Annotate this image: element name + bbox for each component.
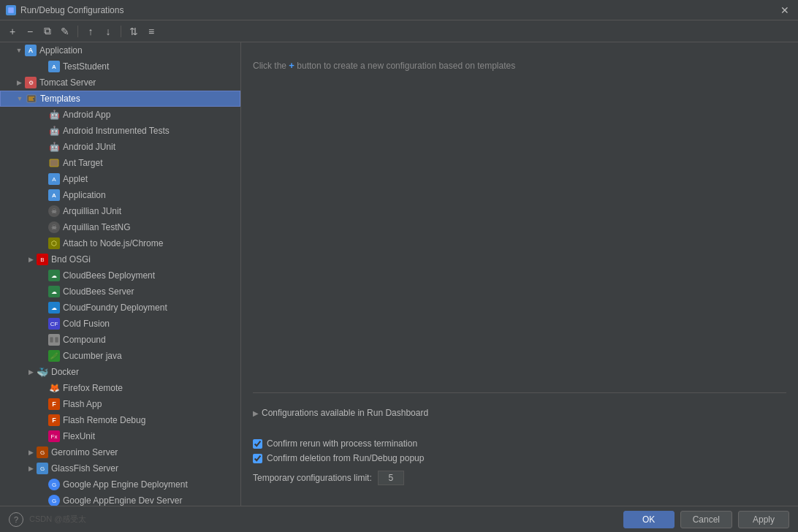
filter-button[interactable]: ≡	[145, 25, 158, 38]
bnd-osgi-item[interactable]: B Bnd OSGi	[0, 251, 240, 267]
remove-button[interactable]: −	[23, 25, 37, 38]
bottom-bar: ? CSDN @感受太 OK Cancel Apply	[0, 506, 798, 532]
main-container: + − ⧉ ✎ ↑ ↓ ⇅ ≡ A Application A TestStud…	[0, 20, 798, 532]
gae-dev-server-icon: G	[48, 495, 60, 506]
bnd-osgi-label: Bnd OSGi	[51, 254, 91, 265]
gae-dev-server-label: Google AppEngine Dev Server	[63, 495, 182, 506]
geronimo-icon: G	[37, 446, 48, 458]
cloudbees-server-item[interactable]: ☁ CloudBees Server	[0, 284, 240, 300]
ok-button[interactable]: OK	[623, 511, 674, 528]
templates-icon	[26, 93, 37, 104]
tomcat-expand-arrow	[15, 78, 23, 87]
run-dashboard-header[interactable]: ▶ Configurations available in Run Dashbo…	[253, 405, 786, 421]
cold-fusion-item[interactable]: CF Cold Fusion	[0, 316, 240, 332]
expand-arrow-application	[15, 46, 23, 55]
test-student-item[interactable]: A TestStudent	[0, 58, 240, 75]
arquillian-testng-icon: ☠	[48, 221, 60, 233]
cloudbees-deployment-icon: ☁	[48, 270, 60, 281]
confirm-deletion-label: Confirm deletion from Run/Debug popup	[267, 453, 424, 463]
confirm-rerun-checkbox[interactable]	[253, 439, 262, 449]
cloudfoundry-item[interactable]: ☁ CloudFoundry Deployment	[0, 300, 240, 316]
gae-deployment-item[interactable]: G Google App Engine Deployment	[0, 476, 240, 493]
firefox-remote-item[interactable]: 🦊 Firefox Remote	[0, 380, 240, 396]
cloudbees-deployment-item[interactable]: ☁ CloudBees Deployment	[0, 267, 240, 284]
application-group[interactable]: A Application	[0, 42, 240, 58]
templates-expand-arrow	[15, 94, 24, 103]
toolbar: + − ⧉ ✎ ↑ ↓ ⇅ ≡	[0, 20, 798, 42]
attach-nodejs-item[interactable]: ⬡ Attach to Node.js/Chrome	[0, 235, 240, 251]
run-dashboard-label: Configurations available in Run Dashboar…	[262, 408, 428, 418]
bottom-left: ? CSDN @感受太	[9, 512, 86, 527]
applet-item[interactable]: A Applet	[0, 171, 240, 187]
confirm-deletion-checkbox[interactable]	[253, 454, 262, 463]
cloudbees-server-icon: ☁	[48, 286, 60, 297]
gae-dev-server-item[interactable]: G Google AppEngine Dev Server	[0, 493, 240, 506]
flash-app-item[interactable]: F Flash App	[0, 396, 240, 412]
docker-icon: 🐳	[37, 366, 48, 378]
android-instrumented-item[interactable]: 🤖 Android Instrumented Tests	[0, 123, 240, 139]
run-dashboard-arrow: ▶	[253, 409, 259, 417]
separator-2	[121, 26, 121, 37]
cloudbees-deployment-label: CloudBees Deployment	[63, 270, 155, 281]
cloudfoundry-label: CloudFoundry Deployment	[63, 303, 167, 313]
android-junit-label: Android JUnit	[63, 142, 115, 152]
glassfish-icon: G	[37, 463, 48, 474]
cucumber-icon: 🥒	[48, 350, 60, 362]
attach-icon: ⬡	[48, 238, 60, 249]
window-title: Run/Debug Configurations	[20, 5, 123, 15]
help-button[interactable]: ?	[9, 512, 23, 527]
move-down-button[interactable]: ↓	[102, 25, 115, 38]
compound-item[interactable]: Compound	[0, 332, 240, 348]
apply-button[interactable]: Apply	[738, 511, 789, 528]
ant-target-label: Ant Target	[63, 158, 102, 168]
docker-expand-arrow	[26, 368, 35, 376]
confirm-rerun-label: Confirm rerun with process termination	[267, 438, 417, 449]
ant-target-item[interactable]: Ant Target	[0, 155, 240, 171]
arquillian-junit-label: Arquillian JUnit	[63, 206, 121, 216]
templates-item[interactable]: Templates	[0, 91, 240, 107]
cancel-button[interactable]: Cancel	[680, 511, 732, 528]
hint-text: Click the + button to create a new confi…	[253, 60, 786, 71]
temp-limit-label: Temporary configurations limit:	[253, 473, 372, 483]
divider-1	[253, 392, 786, 393]
bnd-icon: B	[37, 254, 48, 265]
gae-deployment-label: Google App Engine Deployment	[63, 479, 188, 490]
cucumber-java-item[interactable]: 🥒 Cucumber java	[0, 348, 240, 364]
hint-plus: +	[289, 60, 294, 71]
templates-label: Templates	[40, 94, 80, 104]
sort-button[interactable]: ⇅	[127, 25, 140, 38]
arquillian-testng-label: Arquillian TestNG	[63, 222, 130, 232]
edit-button[interactable]: ✎	[58, 25, 72, 38]
docker-item[interactable]: 🐳 Docker	[0, 364, 240, 380]
confirm-rerun-row: Confirm rerun with process termination	[253, 438, 786, 449]
flash-remote-item[interactable]: F Flash Remote Debug	[0, 412, 240, 428]
temp-limit-input[interactable]	[378, 471, 404, 485]
compound-label: Compound	[63, 335, 106, 345]
watermark: CSDN @感受太	[29, 514, 86, 525]
geronimo-item[interactable]: G Geronimo Server	[0, 444, 240, 460]
ant-icon	[48, 157, 60, 169]
geronimo-label: Geronimo Server	[51, 447, 118, 457]
glassfish-item[interactable]: G GlassFish Server	[0, 460, 240, 476]
android-junit-item[interactable]: 🤖 Android JUnit	[0, 139, 240, 155]
tomcat-server-item[interactable]: ⚙ Tomcat Server	[0, 75, 240, 91]
test-student-icon: A	[48, 61, 60, 72]
arquillian-testng-item[interactable]: ☠ Arquillian TestNG	[0, 219, 240, 235]
application-group-label: Application	[39, 45, 83, 56]
bnd-expand-arrow	[26, 255, 35, 264]
add-button[interactable]: +	[6, 25, 19, 38]
copy-button[interactable]: ⧉	[41, 25, 54, 38]
compound-icon	[48, 334, 60, 346]
flex-unit-item[interactable]: Fx FlexUnit	[0, 428, 240, 444]
close-button[interactable]: ✕	[778, 4, 792, 16]
move-up-button[interactable]: ↑	[84, 25, 97, 38]
application-item[interactable]: A Application	[0, 187, 240, 203]
svg-rect-7	[55, 337, 58, 343]
docker-label: Docker	[51, 367, 79, 377]
arquillian-junit-item[interactable]: ☠ Arquillian JUnit	[0, 203, 240, 219]
options-section: Confirm rerun with process termination C…	[253, 430, 786, 494]
android-app-item[interactable]: 🤖 Android App	[0, 107, 240, 123]
confirm-deletion-row: Confirm deletion from Run/Debug popup	[253, 453, 786, 463]
test-student-label: TestStudent	[63, 61, 109, 72]
svg-rect-5	[50, 159, 58, 167]
